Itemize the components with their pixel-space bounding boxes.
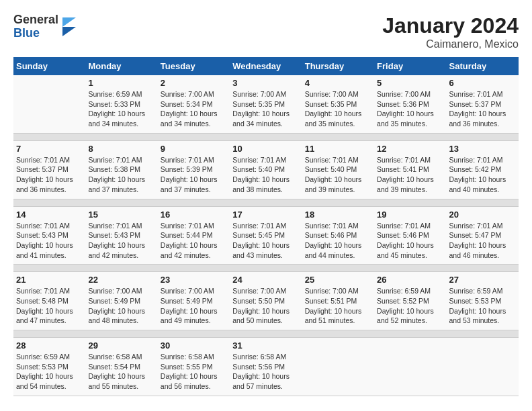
day-of-week-header: Sunday <box>13 57 85 75</box>
day-info: Sunrise: 7:01 AMSunset: 5:48 PMDaylight:… <box>16 286 83 326</box>
day-number: 21 <box>16 275 83 285</box>
calendar-week-row: 21Sunrise: 7:01 AMSunset: 5:48 PMDayligh… <box>13 272 519 330</box>
page-title: January 2024 <box>382 13 519 38</box>
svg-marker-0 <box>62 27 76 36</box>
page-subtitle: Caimanero, Mexico <box>382 38 519 50</box>
day-number: 14 <box>16 210 83 220</box>
calendar-cell: 3Sunrise: 7:00 AMSunset: 5:35 PMDaylight… <box>230 75 302 133</box>
day-number: 7 <box>16 144 83 154</box>
calendar-cell: 10Sunrise: 7:01 AMSunset: 5:40 PMDayligh… <box>230 140 302 199</box>
day-of-week-header: Tuesday <box>158 57 230 75</box>
day-info: Sunrise: 7:01 AMSunset: 5:44 PMDaylight:… <box>161 221 227 261</box>
calendar-cell: 17Sunrise: 7:01 AMSunset: 5:45 PMDayligh… <box>230 206 302 265</box>
calendar-cell: 9Sunrise: 7:01 AMSunset: 5:39 PMDaylight… <box>158 140 230 199</box>
week-separator <box>13 265 519 272</box>
calendar-cell: 25Sunrise: 7:00 AMSunset: 5:51 PMDayligh… <box>302 272 374 330</box>
day-info: Sunrise: 6:58 AMSunset: 5:54 PMDaylight:… <box>88 352 154 392</box>
calendar-cell: 26Sunrise: 6:59 AMSunset: 5:52 PMDayligh… <box>374 272 446 330</box>
calendar-header-row: SundayMondayTuesdayWednesdayThursdayFrid… <box>13 57 519 75</box>
calendar-cell: 19Sunrise: 7:01 AMSunset: 5:46 PMDayligh… <box>374 206 446 265</box>
day-number: 13 <box>449 144 516 154</box>
week-separator <box>13 199 519 206</box>
calendar-cell: 6Sunrise: 7:01 AMSunset: 5:37 PMDaylight… <box>447 75 519 133</box>
day-number: 22 <box>88 275 154 285</box>
calendar-cell: 20Sunrise: 7:01 AMSunset: 5:47 PMDayligh… <box>447 206 519 265</box>
calendar-cell: 14Sunrise: 7:01 AMSunset: 5:43 PMDayligh… <box>13 206 85 265</box>
calendar-cell: 23Sunrise: 7:00 AMSunset: 5:49 PMDayligh… <box>158 272 230 330</box>
calendar-cell: 29Sunrise: 6:58 AMSunset: 5:54 PMDayligh… <box>85 338 157 396</box>
calendar-cell: 4Sunrise: 7:00 AMSunset: 5:35 PMDaylight… <box>302 75 374 133</box>
logo-general: General <box>13 13 58 27</box>
day-number: 29 <box>88 340 154 351</box>
logo: General Blue <box>13 13 76 40</box>
day-number: 26 <box>377 275 443 285</box>
calendar-cell: 21Sunrise: 7:01 AMSunset: 5:48 PMDayligh… <box>13 272 85 330</box>
calendar-cell: 7Sunrise: 7:01 AMSunset: 5:37 PMDaylight… <box>13 140 85 199</box>
calendar-cell: 16Sunrise: 7:01 AMSunset: 5:44 PMDayligh… <box>158 206 230 265</box>
day-of-week-header: Wednesday <box>230 57 302 75</box>
day-info: Sunrise: 7:00 AMSunset: 5:51 PMDaylight:… <box>305 286 371 326</box>
day-info: Sunrise: 6:59 AMSunset: 5:52 PMDaylight:… <box>377 286 443 326</box>
calendar-cell: 22Sunrise: 7:00 AMSunset: 5:49 PMDayligh… <box>85 272 157 330</box>
day-info: Sunrise: 6:58 AMSunset: 5:56 PMDaylight:… <box>232 352 299 392</box>
day-info: Sunrise: 7:00 AMSunset: 5:35 PMDaylight:… <box>305 89 371 129</box>
calendar-cell: 5Sunrise: 7:00 AMSunset: 5:36 PMDaylight… <box>374 75 446 133</box>
day-info: Sunrise: 7:01 AMSunset: 5:46 PMDaylight:… <box>377 221 443 261</box>
week-separator <box>13 330 519 338</box>
day-info: Sunrise: 7:01 AMSunset: 5:43 PMDaylight:… <box>88 221 154 261</box>
day-of-week-header: Saturday <box>447 57 519 75</box>
day-of-week-header: Friday <box>374 57 446 75</box>
day-number: 31 <box>232 340 299 351</box>
calendar-cell: 27Sunrise: 6:59 AMSunset: 5:53 PMDayligh… <box>447 272 519 330</box>
day-number: 23 <box>161 275 227 285</box>
day-number: 4 <box>305 78 371 88</box>
day-number: 30 <box>161 340 227 351</box>
day-number: 27 <box>449 275 516 285</box>
calendar-cell <box>13 75 85 133</box>
calendar-cell: 1Sunrise: 6:59 AMSunset: 5:33 PMDaylight… <box>85 75 157 133</box>
day-number: 9 <box>161 144 227 154</box>
day-number: 8 <box>88 144 154 154</box>
day-info: Sunrise: 7:01 AMSunset: 5:37 PMDaylight:… <box>449 89 516 129</box>
calendar-cell: 15Sunrise: 7:01 AMSunset: 5:43 PMDayligh… <box>85 206 157 265</box>
calendar-cell: 28Sunrise: 6:59 AMSunset: 5:53 PMDayligh… <box>13 338 85 396</box>
day-info: Sunrise: 7:01 AMSunset: 5:40 PMDaylight:… <box>232 155 299 195</box>
day-number: 3 <box>232 78 299 88</box>
day-info: Sunrise: 7:01 AMSunset: 5:40 PMDaylight:… <box>305 155 371 195</box>
day-info: Sunrise: 7:00 AMSunset: 5:49 PMDaylight:… <box>161 286 227 326</box>
day-info: Sunrise: 6:59 AMSunset: 5:53 PMDaylight:… <box>449 286 516 326</box>
day-info: Sunrise: 7:01 AMSunset: 5:37 PMDaylight:… <box>16 155 83 195</box>
calendar-cell: 30Sunrise: 6:58 AMSunset: 5:55 PMDayligh… <box>158 338 230 396</box>
day-info: Sunrise: 7:00 AMSunset: 5:35 PMDaylight:… <box>232 89 299 129</box>
day-info: Sunrise: 7:01 AMSunset: 5:47 PMDaylight:… <box>449 221 516 261</box>
calendar-week-row: 1Sunrise: 6:59 AMSunset: 5:33 PMDaylight… <box>13 75 519 133</box>
logo-blue: Blue <box>13 27 58 40</box>
day-number: 20 <box>449 210 516 220</box>
calendar-cell <box>374 338 446 396</box>
calendar-week-row: 7Sunrise: 7:01 AMSunset: 5:37 PMDaylight… <box>13 140 519 199</box>
day-number: 19 <box>377 210 443 220</box>
day-info: Sunrise: 7:00 AMSunset: 5:50 PMDaylight:… <box>232 286 299 326</box>
day-of-week-header: Monday <box>85 57 157 75</box>
day-info: Sunrise: 7:00 AMSunset: 5:34 PMDaylight:… <box>161 89 227 129</box>
day-info: Sunrise: 7:01 AMSunset: 5:41 PMDaylight:… <box>377 155 443 195</box>
day-number: 25 <box>305 275 371 285</box>
day-number: 2 <box>161 78 227 88</box>
calendar-cell: 2Sunrise: 7:00 AMSunset: 5:34 PMDaylight… <box>158 75 230 133</box>
day-number: 1 <box>88 78 154 88</box>
day-info: Sunrise: 7:00 AMSunset: 5:36 PMDaylight:… <box>377 89 443 129</box>
calendar-cell <box>447 338 519 396</box>
calendar-cell: 13Sunrise: 7:01 AMSunset: 5:42 PMDayligh… <box>447 140 519 199</box>
calendar-cell: 24Sunrise: 7:00 AMSunset: 5:50 PMDayligh… <box>230 272 302 330</box>
calendar-week-row: 14Sunrise: 7:01 AMSunset: 5:43 PMDayligh… <box>13 206 519 265</box>
day-number: 16 <box>161 210 227 220</box>
day-number: 15 <box>88 210 154 220</box>
day-info: Sunrise: 7:01 AMSunset: 5:38 PMDaylight:… <box>88 155 154 195</box>
day-info: Sunrise: 7:01 AMSunset: 5:45 PMDaylight:… <box>232 221 299 261</box>
calendar-week-row: 28Sunrise: 6:59 AMSunset: 5:53 PMDayligh… <box>13 338 519 396</box>
day-number: 11 <box>305 144 371 154</box>
day-info: Sunrise: 7:01 AMSunset: 5:43 PMDaylight:… <box>16 221 83 261</box>
calendar-table: SundayMondayTuesdayWednesdayThursdayFrid… <box>13 57 519 396</box>
title-block: January 2024 Caimanero, Mexico <box>382 13 519 50</box>
day-number: 12 <box>377 144 443 154</box>
